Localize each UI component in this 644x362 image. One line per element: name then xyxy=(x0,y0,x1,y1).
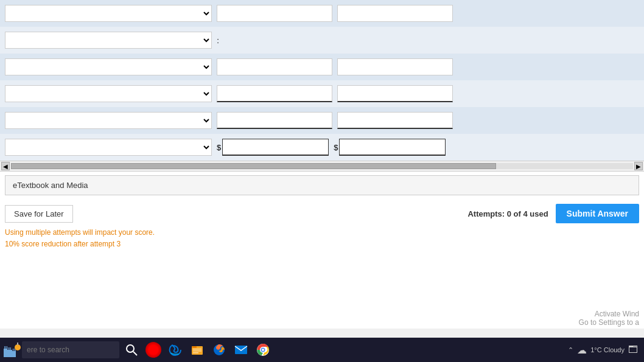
dropdown-4[interactable] xyxy=(5,85,212,102)
svg-rect-7 xyxy=(10,347,11,350)
form-row-4 xyxy=(0,80,644,107)
text-input-5a[interactable] xyxy=(217,112,332,129)
castle-taskbar-icon[interactable] xyxy=(2,340,22,360)
dropdown-6[interactable] xyxy=(5,139,212,156)
warning-text: Using multiple attempts will impact your… xyxy=(5,227,639,250)
input-col-3b xyxy=(337,58,453,75)
colon-separator: : xyxy=(212,36,224,45)
activate-line1: Activate Wind xyxy=(579,310,639,318)
weather-icon: ☁ xyxy=(577,344,587,356)
svg-rect-2 xyxy=(5,346,6,349)
form-row-2: : xyxy=(0,27,644,54)
dollar-col-6a: $ xyxy=(217,139,329,156)
dropdown-1[interactable] xyxy=(5,5,212,22)
form-row-3 xyxy=(0,54,644,80)
text-input-1a[interactable] xyxy=(217,5,332,22)
form-row-5 xyxy=(0,107,644,134)
svg-point-14 xyxy=(127,345,134,352)
text-input-1b[interactable] xyxy=(337,5,453,22)
dollar-input-6b[interactable] xyxy=(339,139,446,156)
dropdown-2[interactable] xyxy=(5,32,212,49)
scroll-right-arrow[interactable]: ▶ xyxy=(634,162,643,170)
attempts-area: Attempts: 0 of 4 used Submit Answer xyxy=(467,204,639,223)
form-row-6: $ $ xyxy=(0,134,644,161)
taskbar-right: ⌃ ☁ 1°C Cloudy 🗔 xyxy=(568,344,642,356)
svg-point-12 xyxy=(15,344,21,350)
svg-rect-6 xyxy=(9,347,10,350)
svg-rect-8 xyxy=(12,351,16,357)
svg-rect-18 xyxy=(193,349,201,350)
form-area: : xyxy=(0,0,644,161)
input-col-5b xyxy=(337,112,453,129)
select-col-4 xyxy=(5,85,212,102)
svg-rect-1 xyxy=(4,346,5,349)
svg-line-15 xyxy=(133,352,137,355)
select-col-5 xyxy=(5,112,212,129)
scroll-thumb[interactable] xyxy=(11,163,496,169)
text-input-5b[interactable] xyxy=(337,112,453,129)
system-tray-up-icon[interactable]: ⌃ xyxy=(568,346,573,354)
svg-rect-22 xyxy=(235,346,247,354)
opera-icon[interactable] xyxy=(144,340,163,360)
select-col-3 xyxy=(5,58,212,75)
action-area: Save for Later Attempts: 0 of 4 used Sub… xyxy=(0,199,644,252)
svg-rect-17 xyxy=(192,346,197,348)
input-col-5a xyxy=(217,112,332,129)
scroll-left-arrow[interactable]: ◀ xyxy=(1,162,10,170)
windows-search-icon[interactable] xyxy=(122,340,141,360)
svg-rect-0 xyxy=(4,349,7,357)
warning-line-2: 10% score reduction after attempt 3 xyxy=(5,238,639,250)
select-col-2 xyxy=(5,32,212,49)
main-content: : xyxy=(0,0,644,329)
dropdown-3[interactable] xyxy=(5,58,212,75)
svg-rect-19 xyxy=(193,350,201,352)
taskbar-app-icons xyxy=(122,340,273,360)
taskbar-search-input[interactable] xyxy=(22,341,119,358)
action-row: Save for Later Attempts: 0 of 4 used Sub… xyxy=(5,204,639,223)
text-input-4a[interactable] xyxy=(217,85,332,102)
mail-icon[interactable] xyxy=(231,340,251,360)
dollar-sign-6a: $ xyxy=(217,143,221,152)
dollar-input-6a[interactable] xyxy=(222,139,329,156)
dollar-sign-6b: $ xyxy=(334,143,338,152)
text-input-3b[interactable] xyxy=(337,58,453,75)
svg-rect-5 xyxy=(8,347,9,350)
save-later-button[interactable]: Save for Later xyxy=(5,205,73,223)
edge-icon[interactable] xyxy=(166,340,185,360)
dollar-col-6b: $ xyxy=(334,139,446,156)
scroll-track[interactable] xyxy=(11,163,633,169)
svg-rect-4 xyxy=(7,350,12,357)
activate-windows-text: Activate Wind Go to Settings to a xyxy=(579,310,644,327)
form-row-1 xyxy=(0,0,644,27)
etextbook-label: eTextbook and Media xyxy=(13,181,88,190)
firefox-icon[interactable] xyxy=(209,340,229,360)
input-col-1a xyxy=(217,5,332,22)
taskbar: ⌃ ☁ 1°C Cloudy 🗔 xyxy=(0,338,644,362)
notification-icon[interactable]: 🗔 xyxy=(628,344,638,355)
text-input-3a[interactable] xyxy=(217,58,332,75)
svg-rect-20 xyxy=(193,352,198,353)
select-col-1 xyxy=(5,5,212,22)
files-icon[interactable] xyxy=(187,340,207,360)
attempts-text: Attempts: 0 of 4 used xyxy=(467,209,548,218)
etextbook-bar: eTextbook and Media xyxy=(5,175,639,195)
svg-rect-9 xyxy=(13,349,13,351)
svg-rect-13 xyxy=(17,343,18,345)
svg-point-25 xyxy=(262,349,264,351)
weather-text: 1°C Cloudy xyxy=(590,346,625,353)
input-col-4a xyxy=(217,85,332,102)
input-col-1b xyxy=(337,5,453,22)
submit-answer-button[interactable]: Submit Answer xyxy=(556,204,639,223)
dropdown-5[interactable] xyxy=(5,112,212,129)
activate-line2: Go to Settings to a xyxy=(579,318,639,327)
input-col-3a xyxy=(217,58,332,75)
horizontal-scrollbar[interactable]: ◀ ▶ xyxy=(0,161,644,172)
svg-rect-10 xyxy=(14,349,15,351)
text-input-4b[interactable] xyxy=(337,85,453,102)
input-col-4b xyxy=(337,85,453,102)
warning-line-1: Using multiple attempts will impact your… xyxy=(5,227,639,238)
select-col-6 xyxy=(5,139,212,156)
svg-rect-3 xyxy=(7,346,7,349)
chrome-icon[interactable] xyxy=(253,340,273,360)
